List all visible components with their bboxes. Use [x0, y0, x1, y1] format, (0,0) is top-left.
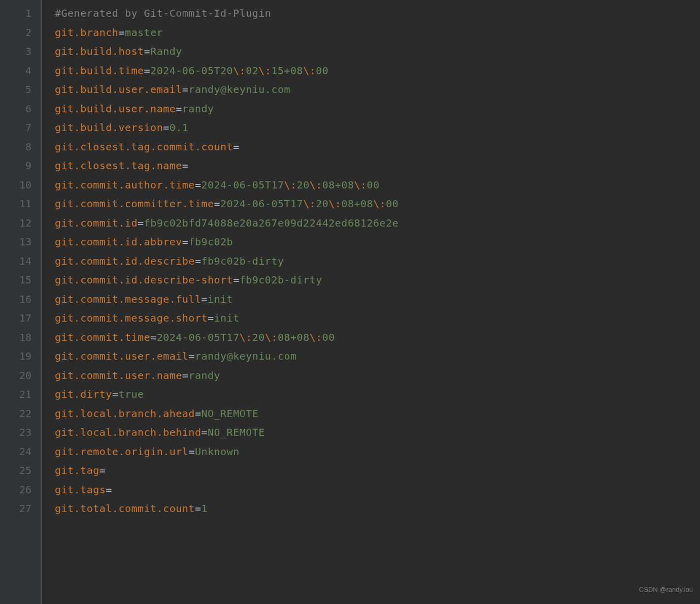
- code-line[interactable]: git.closest.tag.commit.count=: [55, 138, 398, 157]
- token-equals: =: [118, 26, 125, 39]
- line-number: 3: [0, 42, 31, 61]
- code-line[interactable]: git.commit.id=fb9c02bfd74088e20a267e09d2…: [55, 214, 398, 233]
- token-equals: =: [195, 502, 202, 515]
- code-line[interactable]: git.commit.message.full=init: [55, 290, 398, 309]
- code-line[interactable]: git.build.time=2024-06-05T20\:02\:15+08\…: [55, 61, 398, 81]
- code-line[interactable]: git.tags=: [55, 481, 398, 500]
- code-line[interactable]: git.commit.committer.time=2024-06-05T17\…: [55, 195, 398, 214]
- token-escape: \:: [240, 331, 252, 343]
- code-line[interactable]: git.tag=: [55, 461, 398, 481]
- token-value: 20: [297, 179, 310, 191]
- token-equals: =: [201, 293, 208, 305]
- line-number: 19: [0, 347, 31, 366]
- code-line[interactable]: git.commit.message.short=init: [55, 309, 398, 328]
- token-escape: \:: [328, 198, 341, 210]
- code-line[interactable]: git.commit.id.describe=fb9c02b-dirty: [55, 252, 398, 271]
- line-number: 10: [0, 176, 31, 195]
- token-key: git.tags: [55, 484, 106, 496]
- token-value: true: [118, 388, 144, 400]
- token-equals: =: [214, 198, 221, 210]
- token-equals: =: [150, 331, 157, 343]
- token-equals: =: [208, 312, 214, 324]
- line-number: 12: [0, 214, 31, 233]
- token-value: 08+08: [278, 331, 310, 343]
- line-number: 21: [0, 385, 31, 404]
- token-equals: =: [201, 426, 208, 438]
- token-value: randy: [182, 103, 214, 115]
- token-value: 02: [246, 65, 258, 77]
- line-number-gutter: 1234567891011121314151617181920212223242…: [0, 0, 41, 604]
- token-escape: \:: [373, 198, 386, 210]
- code-line[interactable]: git.commit.id.abbrev=fb9c02b: [55, 233, 398, 252]
- code-editor[interactable]: 1234567891011121314151617181920212223242…: [0, 0, 700, 604]
- token-key: git.local.branch.behind: [55, 426, 201, 438]
- token-value: fb9c02b-dirty: [240, 274, 322, 286]
- code-line[interactable]: git.closest.tag.name=: [55, 156, 398, 176]
- line-number: 1: [0, 4, 31, 23]
- token-key: git.local.branch.ahead: [55, 407, 195, 420]
- line-number: 17: [0, 309, 31, 328]
- code-line[interactable]: git.branch=master: [55, 23, 398, 43]
- code-line[interactable]: git.remote.origin.url=Unknown: [55, 442, 398, 462]
- token-equals: =: [99, 464, 106, 476]
- code-line[interactable]: git.build.host=Randy: [55, 42, 398, 61]
- token-value: 08+08: [322, 179, 354, 191]
- token-key: git.commit.message.short: [55, 312, 208, 324]
- token-equals: =: [182, 160, 189, 172]
- line-number: 18: [0, 328, 31, 347]
- token-value: randy@keyniu.com: [188, 83, 290, 96]
- code-line[interactable]: git.build.user.email=randy@keyniu.com: [55, 80, 398, 100]
- token-equals: =: [188, 350, 195, 362]
- token-value: 0.1: [170, 121, 189, 134]
- token-key: git.build.host: [55, 45, 144, 57]
- token-value: 2024-06-05T17: [157, 331, 240, 343]
- code-line[interactable]: git.commit.user.email=randy@keyniu.com: [55, 347, 398, 366]
- token-key: git.closest.tag.name: [55, 160, 182, 172]
- token-value: Unknown: [195, 446, 240, 458]
- token-key: git.commit.id.describe: [55, 255, 195, 267]
- code-line[interactable]: git.build.version=0.1: [55, 118, 398, 138]
- token-key: git.commit.time: [55, 331, 150, 343]
- code-line[interactable]: git.build.user.name=randy: [55, 100, 398, 119]
- code-line[interactable]: git.local.branch.ahead=NO_REMOTE: [55, 404, 398, 424]
- token-equals: =: [195, 407, 202, 420]
- code-line[interactable]: git.commit.id.describe-short=fb9c02b-dir…: [55, 271, 398, 290]
- code-line[interactable]: git.total.commit.count=1: [55, 499, 398, 519]
- token-equals: =: [182, 369, 189, 382]
- token-key: git.commit.id: [55, 217, 138, 229]
- token-value: 00: [322, 331, 335, 343]
- token-key: git.build.version: [55, 121, 163, 134]
- token-value: Randy: [150, 45, 182, 57]
- line-number: 8: [0, 138, 31, 157]
- token-escape: \:: [354, 179, 367, 191]
- code-line[interactable]: git.commit.author.time=2024-06-05T17\:20…: [55, 176, 398, 195]
- token-value: 08+08: [341, 198, 373, 210]
- token-value: randy: [188, 369, 220, 382]
- code-line[interactable]: git.commit.time=2024-06-05T17\:20\:08+08…: [55, 328, 398, 347]
- code-line[interactable]: git.commit.user.name=randy: [55, 366, 398, 386]
- code-line[interactable]: git.local.branch.behind=NO_REMOTE: [55, 423, 398, 442]
- code-area[interactable]: #Generated by Git-Commit-Id-Plugingit.br…: [42, 0, 398, 604]
- token-equals: =: [195, 179, 202, 191]
- line-number: 6: [0, 100, 31, 119]
- token-equals: =: [106, 484, 112, 496]
- line-number: 4: [0, 61, 31, 81]
- token-equals: =: [144, 65, 151, 77]
- token-equals: =: [188, 446, 195, 458]
- line-number: 26: [0, 481, 31, 500]
- code-line[interactable]: git.dirty=true: [55, 385, 398, 404]
- token-key: git.build.user.name: [55, 103, 176, 115]
- token-value: 00: [386, 198, 398, 210]
- token-key: git.commit.author.time: [55, 179, 195, 191]
- token-escape: \:: [284, 179, 297, 191]
- token-value: fb9c02b: [188, 236, 233, 248]
- token-key: git.commit.user.name: [55, 369, 182, 382]
- code-line[interactable]: #Generated by Git-Commit-Id-Plugin: [55, 4, 398, 23]
- token-value: 2024-06-05T20: [150, 65, 233, 77]
- token-key: git.branch: [55, 26, 118, 39]
- line-number: 13: [0, 233, 31, 252]
- token-escape: \:: [233, 65, 246, 77]
- token-equals: =: [182, 236, 189, 248]
- line-number: 23: [0, 423, 31, 442]
- token-escape: \:: [310, 179, 322, 191]
